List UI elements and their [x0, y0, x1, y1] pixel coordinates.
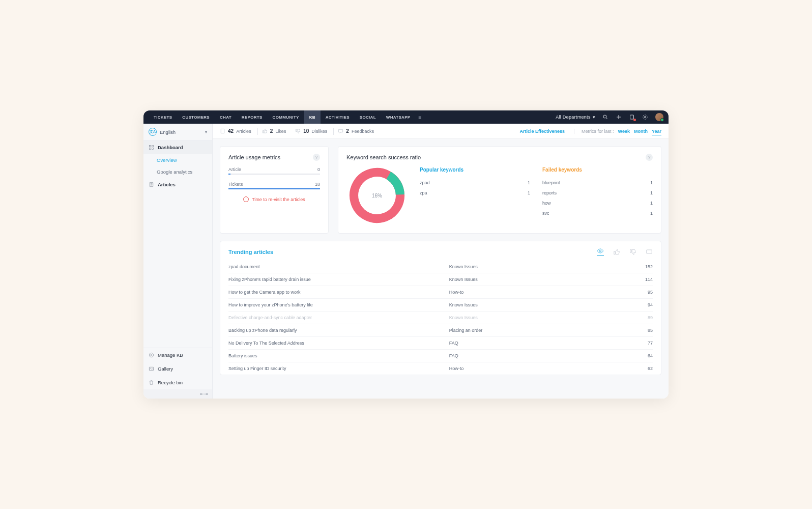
trending-row[interactable]: zpad documentKnown Issues152 [228, 261, 653, 273]
sidebar: 文A English ▾ Dashboard Overview Google a… [143, 124, 213, 399]
svg-rect-11 [221, 129, 224, 133]
card-keyword-ratio: Keyword search success ratio ? 16% [338, 146, 661, 234]
sidebar-label: Dashboard [158, 145, 183, 150]
card-article-usage: Article usage metrics ? Article0Tickets1… [220, 146, 329, 234]
keyword-row: svc1 [542, 208, 653, 218]
failed-head: Failed keywords [542, 167, 653, 173]
sidebar-item-manage-kb[interactable]: Manage KB [143, 348, 212, 362]
article-effectiveness-link[interactable]: Article Effectiveness [520, 129, 575, 134]
donut-chart: 16% [346, 165, 408, 226]
svg-rect-6 [152, 148, 153, 149]
nav-tab-kb[interactable]: KB [304, 110, 321, 124]
sidebar-label: Articles [158, 182, 176, 187]
svg-point-9 [149, 353, 153, 357]
nav-tab-reports[interactable]: REPORTS [237, 110, 268, 124]
svg-rect-12 [339, 129, 343, 132]
thumbs-up-icon [262, 128, 268, 134]
alert-icon: ! [243, 196, 249, 202]
sidebar-item-overview[interactable]: Overview [143, 154, 212, 166]
sidebar-label: Recycle bin [158, 380, 183, 385]
sidebar-item-dashboard[interactable]: Dashboard [143, 140, 212, 154]
svg-point-8 [151, 354, 152, 356]
trending-title: Trending articles [228, 249, 273, 255]
range-week[interactable]: Week [618, 129, 630, 134]
nav-tab-tickets[interactable]: TICKETS [149, 110, 177, 124]
trending-row[interactable]: Defective charge-and-sync cable adapterK… [228, 311, 653, 324]
trending-row[interactable]: How to get the Camera app to workHow-to9… [228, 286, 653, 298]
donut-center-label: 16% [346, 165, 408, 226]
popular-keywords: Popular keywords zpad1zpa1 [420, 167, 530, 198]
range-year[interactable]: Year [652, 129, 661, 135]
trending-row[interactable]: Battery issuesFAQ64 [228, 349, 653, 362]
svg-point-2 [645, 117, 646, 118]
nav-tab-whatsapp[interactable]: WHATSAPP [381, 110, 416, 124]
trash-icon [149, 380, 154, 385]
search-icon[interactable] [602, 114, 608, 120]
metric-feedbacks: 2 Feedbacks [338, 128, 374, 134]
trending-row[interactable]: Backing up zPhone data regularlyPlacing … [228, 324, 653, 336]
trending-row[interactable]: Setting up Finger ID securityHow-to62 [228, 362, 653, 375]
gallery-icon [149, 366, 154, 372]
articles-icon [149, 182, 154, 187]
sidebar-item-articles[interactable]: Articles [143, 178, 212, 191]
svg-point-15 [599, 250, 601, 252]
nav-tab-chat[interactable]: CHAT [215, 110, 237, 124]
sidebar-label: Manage KB [158, 352, 183, 358]
settings-icon[interactable] [642, 114, 648, 120]
app-window: TICKETSCUSTOMERSCHATREPORTSCOMMUNITYKBAC… [143, 110, 669, 399]
user-avatar[interactable] [655, 113, 663, 121]
likes-tab-icon[interactable] [613, 248, 620, 256]
nav-tab-community[interactable]: COMMUNITY [268, 110, 304, 124]
metric-dislikes: 10 Dislikes [295, 128, 327, 134]
help-icon[interactable]: ? [646, 154, 653, 161]
chevron-down-icon: ▾ [205, 130, 207, 134]
sidebar-item-gallery[interactable]: Gallery [143, 362, 212, 376]
keyword-row: zpa1 [420, 188, 530, 198]
feedback-tab-icon[interactable] [646, 248, 653, 256]
card-title: Article usage metrics [228, 154, 280, 160]
nav-tabs: TICKETSCUSTOMERSCHATREPORTSCOMMUNITYKBAC… [149, 110, 415, 124]
card-trending-articles: Trending articles zpad documentKnown Iss… [220, 241, 661, 375]
language-selector[interactable]: 文A English ▾ [143, 124, 212, 140]
thumbs-down-icon [295, 128, 301, 134]
svg-rect-5 [149, 148, 151, 149]
keyword-row: how1 [542, 198, 653, 208]
metrics-for-label: Metrics for last : [582, 129, 614, 134]
trending-row[interactable]: How to improve your zPhone's battery lif… [228, 298, 653, 311]
department-select[interactable]: All Departments ▾ [556, 115, 595, 120]
card-title: Keyword search success ratio [346, 154, 421, 160]
sidebar-item-recycle-bin[interactable]: Recycle bin [143, 376, 212, 389]
keyword-row: reports1 [542, 188, 653, 198]
svg-rect-1 [630, 115, 634, 119]
language-icon: 文A [149, 128, 157, 136]
svg-rect-7 [150, 182, 153, 186]
help-icon[interactable]: ? [313, 154, 320, 161]
keyword-row: blueprint1 [542, 178, 653, 188]
chevron-down-icon: ▾ [593, 115, 595, 120]
plus-icon[interactable] [616, 114, 622, 120]
top-nav: TICKETSCUSTOMERSCHATREPORTSCOMMUNITYKBAC… [143, 110, 669, 124]
nav-more-icon[interactable]: ≡ [418, 115, 421, 120]
nav-tab-social[interactable]: SOCIAL [355, 110, 381, 124]
main: 42 Articles 2 Likes 10 Dislikes 2 [213, 124, 669, 399]
nav-tab-customers[interactable]: CUSTOMERS [177, 110, 215, 124]
department-label: All Departments [556, 115, 591, 120]
keyword-row: zpad1 [420, 178, 530, 188]
sidebar-collapse[interactable]: ⇤⇥ [143, 389, 212, 399]
feedback-icon [338, 128, 343, 134]
trending-row[interactable]: Fixing zPhone's rapid battery drain issu… [228, 273, 653, 286]
views-tab-icon[interactable] [597, 248, 604, 256]
content: Article usage metrics ? Article0Tickets1… [213, 139, 669, 399]
notifications-icon[interactable] [629, 114, 635, 120]
trending-row[interactable]: No Delivery To The Selected AddressFAQ77 [228, 336, 653, 349]
svg-point-0 [603, 115, 606, 118]
metric-articles: 42 Articles [220, 128, 251, 134]
sidebar-item-google-analytics[interactable]: Google analytics [143, 166, 212, 178]
dislikes-tab-icon[interactable] [629, 248, 636, 256]
popular-head: Popular keywords [420, 167, 530, 173]
metrics-bar: 42 Articles 2 Likes 10 Dislikes 2 [213, 124, 669, 139]
dashboard-icon [149, 145, 154, 150]
range-month[interactable]: Month [634, 129, 648, 134]
nav-tab-activities[interactable]: ACTIVITIES [321, 110, 355, 124]
failed-keywords: Failed keywords blueprint1reports1how1sv… [542, 167, 653, 218]
